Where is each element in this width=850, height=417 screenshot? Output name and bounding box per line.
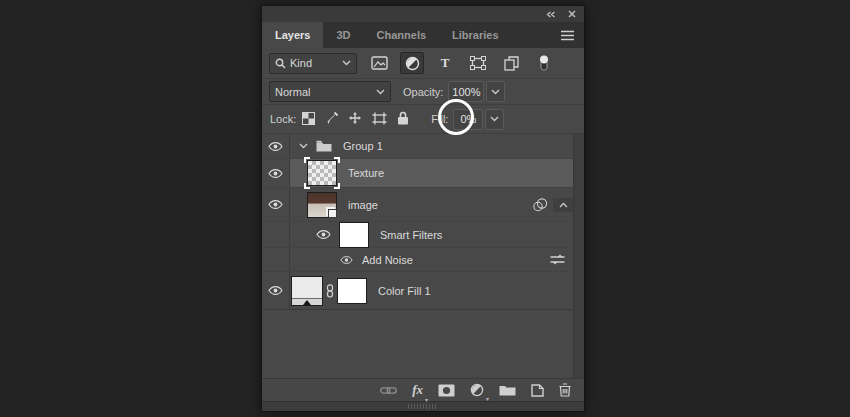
layer-thumbnail-transparent[interactable] [307,160,337,186]
folder-icon [316,140,332,152]
corner-mark [304,183,310,189]
layer-name[interactable]: Texture [348,167,384,179]
selected-thumbnail-frame [307,160,337,186]
desktop-background: Layers 3D Channels Libraries Kind [0,0,850,417]
filter-type-buttons: T [367,52,556,74]
tab-3d-label: 3D [336,29,350,41]
type-layer-filter-icon[interactable]: T [433,52,457,74]
layer-row-group-1[interactable]: Group 1 [262,134,573,159]
link-layers-icon[interactable] [380,386,397,395]
tab-3d[interactable]: 3D [323,22,363,48]
lock-artboard-icon[interactable] [372,112,387,127]
collapse-panel-icon[interactable] [546,11,556,18]
opacity-label: Opacity: [403,86,443,98]
filtering-toggle-icon[interactable] [532,52,556,74]
eye-icon [268,286,283,295]
blend-mode-value: Normal [275,86,310,98]
lock-pixels-icon[interactable] [325,112,338,127]
eye-column-spacer [262,222,290,247]
smart-filters-collapse-tab[interactable] [553,198,573,212]
visibility-toggle[interactable] [262,188,290,221]
lock-buttons [302,111,409,127]
tab-layers-label: Layers [275,29,310,41]
layer-row-add-noise[interactable]: Add Noise [262,248,573,272]
chevron-up-icon [559,202,568,208]
delete-layer-icon[interactable] [559,383,571,397]
add-layer-mask-icon[interactable] [438,384,455,397]
lock-transparency-icon[interactable] [302,112,315,127]
kind-filter-value: Kind [290,57,312,69]
chevron-down-icon [376,89,385,95]
panel-header [262,6,584,22]
lock-all-icon[interactable] [397,111,409,127]
filter-mask-thumbnail[interactable] [339,222,369,248]
flyout-caret-icon: ▾ [486,395,489,402]
tab-layers[interactable]: Layers [262,22,323,48]
smart-object-filter-icon[interactable] [499,52,523,74]
chevron-down-icon [342,60,351,66]
layer-row-texture[interactable]: Texture [262,159,573,188]
eye-column-spacer [262,248,290,271]
fill-value[interactable]: 0% [453,109,483,130]
resize-grip-icon[interactable] [408,404,438,409]
visibility-toggle[interactable] [262,159,290,187]
new-layer-icon[interactable] [531,384,544,397]
panel-resize-strip[interactable] [262,401,584,411]
smart-object-badge-icon [328,209,337,218]
smart-filter-icon[interactable] [532,198,548,212]
panel-menu-icon[interactable] [551,22,584,48]
layer-name[interactable]: Smart Filters [380,229,442,241]
fill-layer-thumbnail[interactable] [291,276,323,306]
fx-glyph: fx [412,382,423,398]
kind-filter-select[interactable]: Kind [269,53,357,74]
opacity-value[interactable]: 100% [448,81,484,102]
layer-mask-thumbnail[interactable] [337,278,367,304]
blend-mode-select[interactable]: Normal [269,81,391,102]
eye-icon [268,169,283,178]
layer-name[interactable]: Group 1 [343,140,383,152]
panel-tab-bar: Layers 3D Channels Libraries [262,22,584,48]
adjustment-layer-filter-icon[interactable] [400,52,424,74]
layer-name[interactable]: image [348,199,378,211]
pixel-layer-filter-icon[interactable] [367,52,391,74]
fill-dropdown-icon[interactable] [485,109,504,130]
tab-libraries[interactable]: Libraries [439,22,511,48]
link-mask-icon[interactable] [326,284,334,298]
scrollbar-track[interactable] [573,134,584,378]
tab-channels-label: Channels [377,29,427,41]
layer-name[interactable]: Add Noise [362,254,413,266]
lock-label: Lock: [270,113,296,125]
lock-row: Lock: Fill: 0% [262,105,584,134]
layers-panel: Layers 3D Channels Libraries Kind [261,5,585,412]
layer-row-color-fill-1[interactable]: Color Fill 1 [262,272,573,310]
visibility-toggle[interactable] [262,134,290,158]
close-icon[interactable] [568,10,576,18]
slider-triangle [303,300,311,305]
layer-row-smart-filters[interactable]: Smart Filters [262,222,573,248]
lock-position-icon[interactable] [348,111,362,127]
fill-thumbnail-slider [292,298,322,305]
layer-styles-icon[interactable]: fx ▾ [412,382,423,398]
filter-blend-options-icon[interactable] [550,254,565,265]
new-adjustment-layer-icon[interactable]: ▾ [470,383,484,397]
blend-row: Normal Opacity: 100% [262,79,584,105]
flyout-caret-icon: ▾ [425,396,428,403]
new-group-icon[interactable] [499,384,516,396]
group-expand-chevron-icon[interactable] [299,143,308,149]
opacity-dropdown-icon[interactable] [486,81,505,102]
visibility-toggle[interactable] [262,272,290,309]
corner-mark [334,157,340,163]
tab-libraries-label: Libraries [452,29,498,41]
layer-thumbnail-photo[interactable] [307,192,337,218]
filter-row: Kind T [262,48,584,79]
eye-icon[interactable] [340,256,353,264]
layer-name[interactable]: Color Fill 1 [378,285,431,297]
type-glyph: T [441,55,450,71]
eye-icon[interactable] [316,230,331,239]
eye-icon [268,142,283,151]
tab-channels[interactable]: Channels [364,22,440,48]
shape-layer-filter-icon[interactable] [466,52,490,74]
corner-mark [304,157,310,163]
layers-list: Group 1 Texture [262,134,584,378]
layer-row-image[interactable]: image [262,188,573,222]
